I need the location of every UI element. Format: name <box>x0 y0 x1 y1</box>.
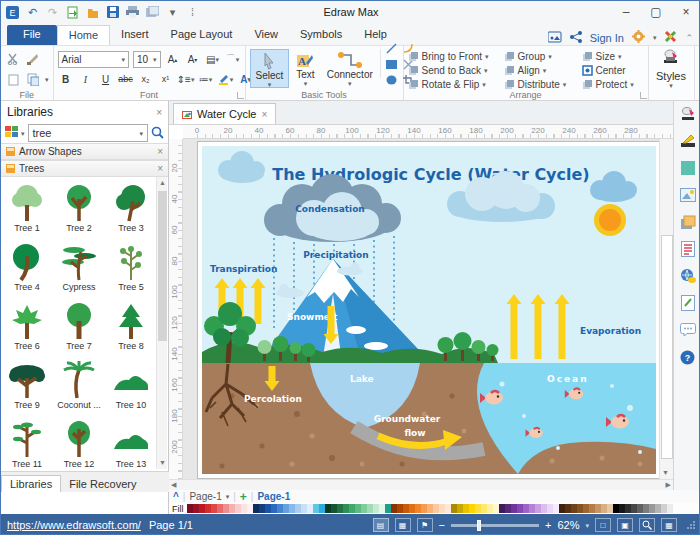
rotate-flip-caret[interactable]: ▾ <box>482 81 486 88</box>
settings-caret[interactable]: ▾ <box>653 34 657 41</box>
document-tab-close-icon[interactable]: × <box>262 109 268 120</box>
arrange-group-button[interactable]: Group▾ <box>504 51 582 62</box>
qat-customize-caret[interactable]: ▾ <box>165 5 180 20</box>
connector-tool-button[interactable]: Connector▾ <box>322 49 378 88</box>
libraries-close-icon[interactable]: × <box>156 107 162 118</box>
scroll-up-icon[interactable]: ▲ <box>157 177 168 189</box>
bring-to-front-caret[interactable]: ▾ <box>485 53 489 60</box>
tab-view[interactable]: View <box>243 25 289 45</box>
zoom-slider[interactable] <box>451 524 539 527</box>
grid-icon[interactable]: ▦ <box>661 518 677 532</box>
redo-button[interactable]: ↷ <box>45 5 60 20</box>
print-button[interactable] <box>125 5 140 20</box>
tab-libraries[interactable]: Libraries <box>1 475 61 492</box>
tree-shape-item[interactable]: Tree 3 <box>105 177 157 236</box>
promo-icon[interactable] <box>664 30 677 45</box>
format-painter-icon[interactable] <box>25 51 41 67</box>
lake-label[interactable]: Lake <box>350 374 374 384</box>
align-caret[interactable]: ▾ <box>543 67 547 74</box>
library-picker-icon[interactable] <box>5 126 18 140</box>
tree-shape-item[interactable]: Tree 5 <box>105 236 157 295</box>
tree-shape-item[interactable]: Tree 4 <box>1 236 53 295</box>
zoom-out-button[interactable]: − <box>439 519 445 531</box>
arrange-align-button[interactable]: Align▾ <box>504 65 582 76</box>
comment-panel-icon[interactable] <box>679 321 697 339</box>
tab-symbols[interactable]: Symbols <box>289 25 353 45</box>
arrange-size-button[interactable]: Size▾ <box>582 51 644 62</box>
tree-shape-item[interactable]: Tree 1 <box>1 177 53 236</box>
font-family-combo[interactable]: Arial▾ <box>58 51 129 68</box>
view-pan-icon[interactable]: ⚑ <box>417 518 433 532</box>
help-panel-icon[interactable]: ? <box>679 348 697 366</box>
arrange-distribute-button[interactable]: Distribute▾ <box>504 79 582 90</box>
font-dialog-launcher[interactable] <box>237 92 244 99</box>
styles-icon[interactable] <box>662 48 680 70</box>
library-scroll-thumb[interactable] <box>158 191 167 341</box>
open-file-icon[interactable] <box>85 5 100 20</box>
decrease-font-icon[interactable]: A▾ <box>185 51 201 67</box>
settings-gear-icon[interactable] <box>632 30 645 45</box>
drawing-canvas[interactable]: The Hydrologic Cycle (Water Cycle) <box>183 139 659 479</box>
library-picker-caret[interactable]: ▾ <box>21 130 25 137</box>
styles-caret[interactable]: ▾ <box>669 82 673 89</box>
zoom-caret[interactable]: ▾ <box>585 522 589 529</box>
line-tool-icon[interactable] <box>384 40 400 56</box>
arrange-center-button[interactable]: Center <box>582 65 644 76</box>
bold-button[interactable]: B <box>58 71 74 87</box>
fill-panel-icon[interactable] <box>679 159 697 177</box>
screenshot-icon[interactable] <box>548 31 562 45</box>
undo-button[interactable]: ↶ <box>25 5 40 20</box>
tree-shape-item[interactable]: Tree 10 <box>105 354 157 413</box>
section-trees[interactable]: Trees × <box>1 160 168 177</box>
styles-panel-icon[interactable] <box>679 105 697 123</box>
paste-caret[interactable]: ▾ <box>45 76 49 83</box>
tree-shape-item[interactable]: Tree 2 <box>53 177 105 236</box>
scroll-left-icon[interactable]: ◀ <box>171 481 176 489</box>
zoom-level[interactable]: 62% <box>557 519 579 531</box>
tree-shape-item[interactable]: Tree 8 <box>105 295 157 354</box>
sun[interactable] <box>594 204 626 236</box>
arrange-dialog-launcher[interactable] <box>640 92 647 99</box>
save-button[interactable] <box>105 5 120 20</box>
align-text-icon[interactable]: ▤▾ <box>205 51 221 67</box>
italic-button[interactable]: I <box>78 71 94 87</box>
page-tab-active[interactable]: Page-1 <box>257 491 290 502</box>
tree-shape-item[interactable]: Cypress <box>53 236 105 295</box>
size-caret[interactable]: ▾ <box>618 53 622 60</box>
sign-in-link[interactable]: Sign In <box>590 32 624 44</box>
arrange-protect-button[interactable]: Protect▾ <box>582 79 644 90</box>
cut-icon[interactable] <box>5 51 21 67</box>
share-icon[interactable] <box>570 31 582 45</box>
styles-label[interactable]: Styles <box>656 70 686 82</box>
paste-icon[interactable] <box>5 71 21 87</box>
vertical-scroll-thumb[interactable] <box>661 235 673 459</box>
transpiration-label[interactable]: Transpiration <box>210 264 277 274</box>
distribute-caret[interactable]: ▾ <box>563 81 567 88</box>
library-scrollbar[interactable]: ▲ ▼ <box>156 177 167 469</box>
section-arrow-shapes[interactable]: Arrow Shapes × <box>1 143 168 160</box>
collapse-pagebar-icon[interactable]: ^ <box>173 491 179 502</box>
document-tab-water-cycle[interactable]: Water Cycle × <box>173 103 276 124</box>
add-page-button[interactable]: + <box>240 490 247 504</box>
export-html-icon[interactable] <box>65 5 80 20</box>
tab-file[interactable]: File <box>7 25 57 45</box>
view-normal-icon[interactable]: ▤ <box>373 518 389 532</box>
tab-page-layout[interactable]: Page Layout <box>160 25 244 45</box>
snapshot-button[interactable] <box>145 5 160 20</box>
zoom-slider-handle[interactable] <box>477 520 481 531</box>
subscript-button[interactable]: x₂ <box>138 71 154 87</box>
tree-shape-item[interactable]: Tree 9 <box>1 354 53 413</box>
clipart-panel-icon[interactable] <box>679 213 697 231</box>
tree-shape-item[interactable]: Tree 11 <box>1 413 53 469</box>
scroll-down-icon[interactable]: ▼ <box>660 467 671 479</box>
group-caret[interactable]: ▾ <box>548 53 552 60</box>
arrange-send-to-back-button[interactable]: Send to Back▾ <box>408 65 504 76</box>
groundwater-label-1[interactable]: Groundwater <box>374 414 441 424</box>
minimize-button[interactable]: – <box>611 2 641 23</box>
groundwater-label-2[interactable]: flow <box>404 428 425 438</box>
symbols-panel-icon[interactable] <box>679 132 697 150</box>
color-swatch[interactable] <box>667 504 673 513</box>
fit-page-icon[interactable]: ▣ <box>617 518 633 532</box>
precipitation-label[interactable]: Precipitation <box>303 250 368 260</box>
text-arc-icon[interactable]: ⌒▾ <box>225 51 241 67</box>
